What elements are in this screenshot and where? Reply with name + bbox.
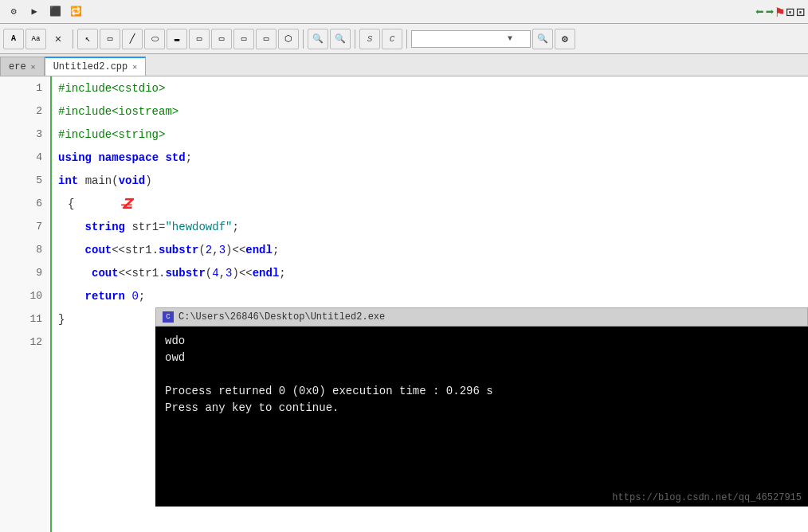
search-dropdown-icon[interactable]: ▼: [508, 34, 512, 43]
nav-flag-icon[interactable]: ⚑: [775, 3, 784, 21]
terminal-icon: C: [163, 311, 174, 323]
clear-icon[interactable]: ✕: [48, 29, 69, 49]
line-num-12: 12: [0, 331, 50, 354]
code-line-1: #include<cstdio>: [52, 76, 808, 100]
c-icon[interactable]: C: [382, 29, 402, 49]
settings-icon[interactable]: ⚙: [555, 29, 575, 49]
line-num-6: 6: [0, 192, 50, 215]
code-line-8: cout <<str1. substr (2,3)<< endl ;: [52, 238, 808, 261]
tab-ere-close[interactable]: ✕: [31, 62, 36, 72]
search-go-icon[interactable]: 🔍: [532, 29, 553, 49]
tab-untitled2[interactable]: Untitled2.cpp ✕: [45, 57, 147, 76]
cursor-icon[interactable]: ↖: [77, 29, 98, 49]
sep4: [406, 29, 407, 49]
sep3: [355, 29, 355, 49]
line-num-5: 5: [0, 169, 50, 192]
tab-ere-label: ere: [9, 61, 26, 72]
line-num-3: 3: [0, 123, 50, 146]
search-input[interactable]: [412, 31, 508, 47]
line-icon[interactable]: ╱: [122, 29, 143, 49]
code-area[interactable]: #include<cstdio> #include<iostream> #inc…: [52, 76, 808, 532]
code-line-3: #include<string>: [52, 123, 808, 146]
line-num-9: 9: [0, 261, 50, 284]
nav-extra-1[interactable]: ⊡: [786, 3, 794, 21]
text-size-icon[interactable]: A: [3, 29, 24, 49]
code-line-7: string str1="hewdowdf";: [52, 215, 808, 238]
terminal-body: wdo owd Process returned 0 (0x0) executi…: [155, 327, 808, 423]
tab-untitled2-close[interactable]: ✕: [132, 62, 137, 72]
nav-back-arrow[interactable]: ⬅: [755, 3, 764, 21]
terminal-line-5: Press any key to continue.: [165, 400, 798, 417]
code-line-4: using namespace std ;: [52, 146, 808, 169]
nav-forward-arrow[interactable]: ➡: [766, 3, 775, 21]
zoom-out-icon[interactable]: 🔍: [308, 29, 328, 49]
toolbar-top: ⚙ ▶ ⬛ 🔁 ⬅ ➡ ⚑ ⊡ ⊡: [0, 0, 808, 24]
shape4-icon[interactable]: ⬡: [278, 29, 299, 49]
tool-icon-3[interactable]: ⬛: [45, 2, 65, 22]
rect3-icon[interactable]: ▭: [189, 29, 210, 49]
watermark: https://blog.csdn.net/qq_46527915: [612, 492, 802, 503]
tool-icon-4[interactable]: 🔁: [65, 2, 86, 22]
line-num-10: 10: [0, 284, 50, 307]
code-line-10: return 0 ;: [52, 284, 808, 307]
code-line-11: } C C:\Users\26846\Desktop\Untitled2.exe…: [52, 307, 808, 331]
shape3-icon[interactable]: ▭: [256, 29, 277, 49]
code-line-9: cout <<str1. substr (4,3)<< endl ;: [52, 261, 808, 284]
search-box: ▼: [411, 30, 531, 48]
sep2: [303, 29, 304, 49]
terminal-line-3: [165, 366, 798, 383]
line-num-4: 4: [0, 146, 50, 169]
nav-extra-2[interactable]: ⊡: [796, 3, 805, 21]
s-icon[interactable]: S: [359, 29, 380, 49]
terminal-container: C C:\Users\26846\Desktop\Untitled2.exe w…: [155, 307, 808, 507]
rect2-icon[interactable]: ▬: [167, 29, 187, 49]
tool-icon-2[interactable]: ▶: [24, 2, 45, 22]
rect-icon[interactable]: ▭: [100, 29, 120, 49]
line-number-gutter: 1 2 3 4 5 6 7 8 9 10 11 12: [0, 76, 52, 532]
zz-decorator: Z̶: [122, 195, 132, 213]
sep1: [73, 29, 73, 49]
code-line-5: int main(void): [52, 169, 808, 192]
shape2-icon[interactable]: ▭: [233, 29, 254, 49]
tab-bar: ere ✕ Untitled2.cpp ✕: [0, 54, 808, 76]
terminal-line-1: wdo: [165, 333, 798, 350]
editor-container: 1 2 3 4 5 6 7 8 9 10 11 12 #include<cstd…: [0, 76, 808, 532]
ellipse-icon[interactable]: ⬭: [144, 29, 165, 49]
line-num-8: 8: [0, 238, 50, 261]
tab-ere[interactable]: ere ✕: [0, 57, 45, 76]
tab-untitled2-label: Untitled2.cpp: [53, 61, 128, 72]
line-num-11: 11: [0, 307, 50, 331]
code-line-6: − { Z̶: [52, 192, 808, 215]
font-size-icon[interactable]: Aa: [25, 29, 46, 49]
line-num-2: 2: [0, 100, 50, 123]
toolbar-row2: A Aa ✕ ↖ ▭ ╱ ⬭ ▬ ▭ ▭ ▭ ▭ ⬡ 🔍 🔍 S C ▼ 🔍 ⚙: [0, 24, 808, 54]
shape1-icon[interactable]: ▭: [211, 29, 232, 49]
zoom-in-icon[interactable]: 🔍: [330, 29, 351, 49]
line-num-1: 1: [0, 76, 50, 100]
code-line-2: #include<iostream>: [52, 100, 808, 123]
terminal-line-2: owd: [165, 350, 798, 366]
line-num-7: 7: [0, 215, 50, 238]
terminal-titlebar: C C:\Users\26846\Desktop\Untitled2.exe: [155, 307, 808, 327]
terminal-line-4: Process returned 0 (0x0) execution time …: [165, 383, 798, 400]
tool-icon-1[interactable]: ⚙: [3, 2, 24, 22]
terminal-title: C:\Users\26846\Desktop\Untitled2.exe: [178, 311, 385, 323]
